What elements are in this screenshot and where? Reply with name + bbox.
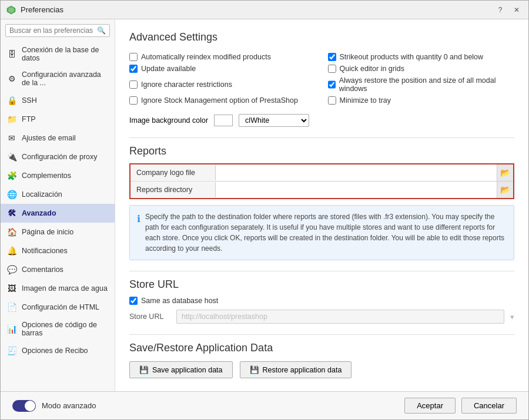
dropdown-arrow-icon: ▾ <box>510 313 514 321</box>
sidebar-item-label: SSH <box>22 96 37 105</box>
save-restore-section: Save/Restore Application Data 💾 Save app… <box>129 334 514 378</box>
reports-title: Reports <box>129 137 514 157</box>
store-url-label: Store URL <box>129 313 170 321</box>
close-button[interactable]: ✕ <box>511 4 523 16</box>
accept-button[interactable]: Aceptar <box>404 398 456 414</box>
sidebar-item-ssh[interactable]: 🔒 SSH <box>1 91 115 110</box>
advanced-settings-title: Advanced Settings <box>129 31 514 43</box>
ssh-icon: 🔒 <box>6 95 17 106</box>
strikeout-zero-label: Strikeout products with quantity 0 and b… <box>340 53 484 61</box>
store-url-input[interactable] <box>176 310 504 324</box>
sidebar-item-proxy[interactable]: 🔌 Configuración de proxy <box>1 147 115 166</box>
browse-folder-icon: 📂 <box>500 168 510 177</box>
always-restore-checkbox[interactable] <box>328 80 336 89</box>
save-restore-buttons: 💾 Save application data 💾 Restore applic… <box>129 361 514 378</box>
sidebar-item-label: Avanzado <box>22 209 56 217</box>
search-icon: 🔍 <box>97 26 106 35</box>
sidebar-item-advanced[interactable]: 🛠 Avanzado <box>1 204 115 223</box>
auto-reindex-checkbox[interactable] <box>129 53 138 61</box>
browse-folder-icon-2: 📂 <box>500 185 510 194</box>
sidebar-item-label: Página de inicio <box>22 228 73 236</box>
barcode-icon: 📊 <box>6 324 17 334</box>
reports-table: Company logo file 📂 Reports directory 📂 <box>129 163 514 199</box>
info-icon: ℹ <box>137 212 140 254</box>
bg-color-select[interactable]: clWhite <box>239 114 309 127</box>
restore-app-data-button[interactable]: 💾 Restore application data <box>240 361 352 378</box>
reports-dir-input[interactable] <box>216 183 497 197</box>
sidebar-item-plugins[interactable]: 🧩 Complementos <box>1 166 115 185</box>
store-url-section: Store URL Same as database host Store UR… <box>129 271 514 324</box>
image-bg-row: Image background color clWhite <box>129 114 514 127</box>
search-input[interactable] <box>9 26 96 35</box>
minimize-tray-label: Minimize to tray <box>340 96 391 105</box>
sidebar-item-localization[interactable]: 🌐 Localización <box>1 185 115 204</box>
sidebar-item-label: Opciones de Recibo <box>22 347 88 355</box>
company-logo-row: Company logo file 📂 <box>130 164 513 182</box>
footer-buttons: Aceptar Cancelar <box>404 398 517 414</box>
html-icon: 📄 <box>6 302 17 313</box>
sidebar-item-ftp[interactable]: 📁 FTP <box>1 110 115 129</box>
save-app-data-label: Save application data <box>152 366 223 374</box>
quick-editor-label: Quick editor in grids <box>340 65 404 73</box>
sidebar-item-label: Imagen de marca de agua <box>22 284 108 293</box>
restore-icon: 💾 <box>250 365 259 374</box>
check-always-restore: Always restore the position and size of … <box>328 76 515 93</box>
sidebar-item-barcode[interactable]: 📊 Opciones de código de barras <box>1 317 115 341</box>
company-logo-browse-button[interactable]: 📂 <box>497 164 513 181</box>
same-as-db-checkbox[interactable] <box>129 297 138 305</box>
sidebar-item-html[interactable]: 📄 Configuración de HTML <box>1 298 115 317</box>
sidebar-item-label: Opciones de código de barras <box>22 321 109 337</box>
email-icon: ✉ <box>6 133 17 143</box>
toggle-label: Modo avanzado <box>42 401 96 410</box>
receipt-icon: 🧾 <box>6 345 17 356</box>
sidebar-item-receipt[interactable]: 🧾 Opciones de Recibo <box>1 341 115 360</box>
check-minimize-tray: Minimize to tray <box>328 96 515 105</box>
auto-reindex-label: Automatically reindex modified products <box>141 53 271 61</box>
ignore-char-checkbox[interactable] <box>129 80 138 89</box>
quick-editor-checkbox[interactable] <box>328 65 336 73</box>
reports-info-text: Specify the path to the destination fold… <box>145 211 507 254</box>
reports-info-box: ℹ Specify the path to the destination fo… <box>129 205 514 260</box>
comment-icon: 💬 <box>6 264 17 275</box>
window-title: Preferencias <box>21 5 63 14</box>
ignore-stock-checkbox[interactable] <box>129 96 138 105</box>
bell-icon: 🔔 <box>6 246 17 256</box>
sidebar-item-comments[interactable]: 💬 Comentarios <box>1 260 115 279</box>
titlebar-controls: ? ✕ <box>494 4 523 16</box>
reports-dir-browse-button[interactable]: 📂 <box>497 182 513 198</box>
advanced-mode-toggle[interactable] <box>12 400 36 412</box>
app-icon <box>6 5 16 15</box>
db-icon: 🗄 <box>6 49 17 59</box>
home-icon: 🏠 <box>6 227 17 237</box>
sidebar-item-label: Complementos <box>22 172 71 180</box>
company-logo-input[interactable] <box>216 166 497 180</box>
store-url-row: Store URL ▾ <box>129 310 514 324</box>
sidebar-item-email[interactable]: ✉ Ajustes de email <box>1 129 115 147</box>
preferences-window: Preferencias ? ✕ 🔍 🗄 Conexión de la base… <box>0 0 529 420</box>
sidebar-item-homepage[interactable]: 🏠 Página de inicio <box>1 223 115 241</box>
save-app-data-button[interactable]: 💾 Save application data <box>129 361 233 378</box>
cancel-button[interactable]: Cancelar <box>461 398 517 414</box>
plugin-icon: 🧩 <box>6 170 17 181</box>
sidebar-item-db-connection[interactable]: 🗄 Conexión de la base de datos <box>1 42 115 66</box>
help-button[interactable]: ? <box>494 4 506 16</box>
check-update-available: Update available <box>129 65 316 73</box>
locale-icon: 🌐 <box>6 189 17 200</box>
search-box[interactable]: 🔍 <box>5 24 110 37</box>
strikeout-zero-checkbox[interactable] <box>328 53 336 61</box>
save-restore-title: Save/Restore Application Data <box>129 334 514 354</box>
update-available-checkbox[interactable] <box>129 65 138 73</box>
same-as-db-row: Same as database host <box>129 297 514 305</box>
settings-checkboxes: Automatically reindex modified products … <box>129 53 514 105</box>
minimize-tray-checkbox[interactable] <box>328 96 336 105</box>
sidebar-item-advanced-config[interactable]: ⚙ Configuración avanzada de la ... <box>1 66 115 91</box>
bg-color-preview <box>214 115 233 126</box>
check-strikeout-zero: Strikeout products with quantity 0 and b… <box>328 53 515 61</box>
sidebar-item-label: Configuración avanzada de la ... <box>22 70 109 87</box>
content-area: Advanced Settings Automatically reindex … <box>115 19 528 391</box>
check-ignore-stock: Ignore Stock Management option of Presta… <box>129 96 316 105</box>
sidebar-item-notifications[interactable]: 🔔 Notificaciones <box>1 241 115 260</box>
company-logo-label: Company logo file <box>130 165 216 180</box>
titlebar: Preferencias ? ✕ <box>1 1 528 19</box>
sidebar-item-watermark[interactable]: 🖼 Imagen de marca de agua <box>1 279 115 298</box>
